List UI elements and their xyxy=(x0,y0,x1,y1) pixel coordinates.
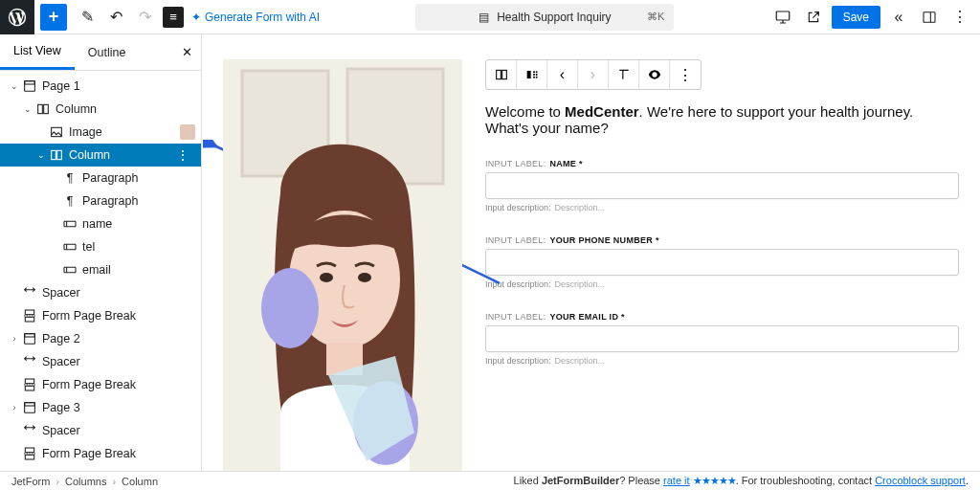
redo-button[interactable]: ↷ xyxy=(130,0,159,34)
tree-node-paragraph[interactable]: ¶Paragraph xyxy=(0,189,201,212)
wordpress-logo[interactable] xyxy=(0,0,34,34)
tree-node-spacer[interactable]: Spacer xyxy=(0,350,201,373)
tree-node-form-page-break[interactable]: Form Page Break xyxy=(0,373,201,396)
svg-rect-39 xyxy=(526,71,530,78)
tree-node-column-selected[interactable]: ⌄Column⋮ xyxy=(0,144,201,167)
svg-point-43 xyxy=(535,74,537,76)
block-more-icon[interactable]: ⋮ xyxy=(670,60,701,89)
crumb-columns[interactable]: Columns xyxy=(65,476,106,487)
email-input[interactable] xyxy=(485,325,959,352)
desktop-view-icon[interactable] xyxy=(770,5,795,30)
svg-rect-13 xyxy=(25,317,33,322)
collapse-chevrons-icon[interactable]: « xyxy=(886,5,911,30)
svg-rect-38 xyxy=(501,70,506,78)
generate-with-ai-button[interactable]: ✦ Generate Form with AI xyxy=(191,11,320,24)
svg-point-42 xyxy=(533,74,535,76)
drag-handle-icon[interactable] xyxy=(517,60,547,89)
tree-node-page1[interactable]: ⌄Page 1 xyxy=(0,75,201,98)
tree-node-column[interactable]: ⌄Column xyxy=(0,98,201,121)
crumb-jetform[interactable]: JetForm xyxy=(11,476,50,487)
tree-node-form-page-break[interactable]: Form Page Break xyxy=(0,442,201,465)
support-link[interactable]: Crocoblock support xyxy=(875,475,966,486)
tab-list-view[interactable]: List View xyxy=(0,34,75,70)
crumb-column[interactable]: Column xyxy=(122,476,158,487)
promo-text: Liked JetFormBuilder? Please rate it ★★★… xyxy=(514,475,969,487)
preview-icon[interactable] xyxy=(639,60,670,89)
close-sidebar-button[interactable]: ✕ xyxy=(172,34,201,70)
editor-canvas: ‹ › ⋮ Welcome to MedCenter. We're here t… xyxy=(202,34,980,471)
block-type-icon[interactable] xyxy=(486,60,517,89)
tree-node-tel-field[interactable]: tel xyxy=(0,235,201,258)
svg-point-41 xyxy=(535,71,537,73)
svg-rect-9 xyxy=(64,221,76,226)
block-toolbar: ‹ › ⋮ xyxy=(485,59,702,90)
svg-rect-11 xyxy=(64,267,76,272)
name-input[interactable] xyxy=(485,172,959,199)
add-block-button[interactable]: + xyxy=(40,4,67,31)
text-field-icon xyxy=(61,238,78,256)
align-icon[interactable] xyxy=(609,60,639,89)
svg-rect-20 xyxy=(25,448,33,453)
block-tree: ⌄Page 1 ⌄Column Image ⌄Column⋮ ¶Paragrap… xyxy=(0,71,201,471)
svg-rect-2 xyxy=(25,81,35,92)
tree-node-spacer[interactable]: Spacer xyxy=(0,281,201,304)
svg-rect-4 xyxy=(38,104,43,113)
page-break-icon xyxy=(21,307,38,324)
svg-rect-12 xyxy=(25,310,33,315)
svg-rect-21 xyxy=(25,455,33,459)
document-title-pill[interactable]: ▤ Health Support Inquiry ⌘K xyxy=(415,4,674,31)
form-column: ‹ › ⋮ Welcome to MedCenter. We're here t… xyxy=(485,59,959,471)
edit-mode-button[interactable]: ✎ xyxy=(73,0,101,34)
text-field-icon xyxy=(61,215,78,233)
svg-point-44 xyxy=(533,77,535,78)
undo-button[interactable]: ↶ xyxy=(101,0,130,34)
svg-rect-15 xyxy=(25,334,35,337)
tree-node-page4[interactable]: ›Page 4 xyxy=(0,465,201,471)
svg-rect-0 xyxy=(776,11,790,20)
svg-rect-8 xyxy=(57,150,62,159)
paragraph-mode-icon[interactable]: ≡ xyxy=(163,7,184,28)
svg-rect-19 xyxy=(25,403,35,406)
spacer-icon xyxy=(21,353,38,370)
tab-outline[interactable]: Outline xyxy=(75,34,172,70)
field-phone: INPUT LABEL:YOUR PHONE NUMBER * Input de… xyxy=(485,235,959,289)
more-options-icon[interactable]: ⋮ xyxy=(947,5,972,30)
svg-point-33 xyxy=(358,273,371,282)
svg-point-45 xyxy=(535,77,537,78)
sidebar-tabs: List View Outline ✕ xyxy=(0,34,201,71)
paragraph-icon: ¶ xyxy=(61,169,78,187)
external-preview-icon[interactable] xyxy=(801,5,826,30)
svg-rect-18 xyxy=(25,403,35,413)
move-right-icon[interactable]: › xyxy=(578,60,609,89)
text-field-icon xyxy=(61,261,78,278)
tree-node-page3[interactable]: ›Page 3 xyxy=(0,396,201,419)
keyboard-shortcut: ⌘K xyxy=(647,11,664,23)
page-icon xyxy=(21,399,38,416)
welcome-paragraph[interactable]: Welcome to MedCenter. We're here to supp… xyxy=(485,103,959,136)
document-icon: ▤ xyxy=(479,11,489,24)
tree-node-image[interactable]: Image xyxy=(0,121,201,144)
rate-link[interactable]: rate it xyxy=(663,475,690,486)
sidebar-toggle-icon[interactable] xyxy=(917,5,942,30)
save-button[interactable]: Save xyxy=(832,6,880,29)
hero-image xyxy=(223,59,462,471)
svg-rect-1 xyxy=(924,11,935,22)
svg-rect-5 xyxy=(44,104,49,113)
tree-node-page2[interactable]: ›Page 2 xyxy=(0,327,201,350)
svg-rect-3 xyxy=(25,81,35,84)
tree-node-spacer[interactable]: Spacer xyxy=(0,419,201,442)
page-break-icon xyxy=(21,445,38,462)
page-icon xyxy=(21,330,38,347)
node-more-icon[interactable]: ⋮ xyxy=(176,147,195,163)
tree-node-paragraph[interactable]: ¶Paragraph xyxy=(0,167,201,189)
svg-rect-7 xyxy=(52,150,56,159)
columns-icon xyxy=(48,146,65,164)
tree-node-form-page-break[interactable]: Form Page Break xyxy=(0,304,201,327)
phone-input[interactable] xyxy=(485,249,959,276)
tree-node-name-field[interactable]: name xyxy=(0,212,201,235)
field-name: INPUT LABEL:NAME * Input description:Des… xyxy=(485,159,959,212)
tree-node-email-field[interactable]: email xyxy=(0,258,201,281)
generate-ai-label: Generate Form with AI xyxy=(205,11,320,24)
paragraph-icon: ¶ xyxy=(61,192,78,210)
move-left-icon[interactable]: ‹ xyxy=(547,60,578,89)
